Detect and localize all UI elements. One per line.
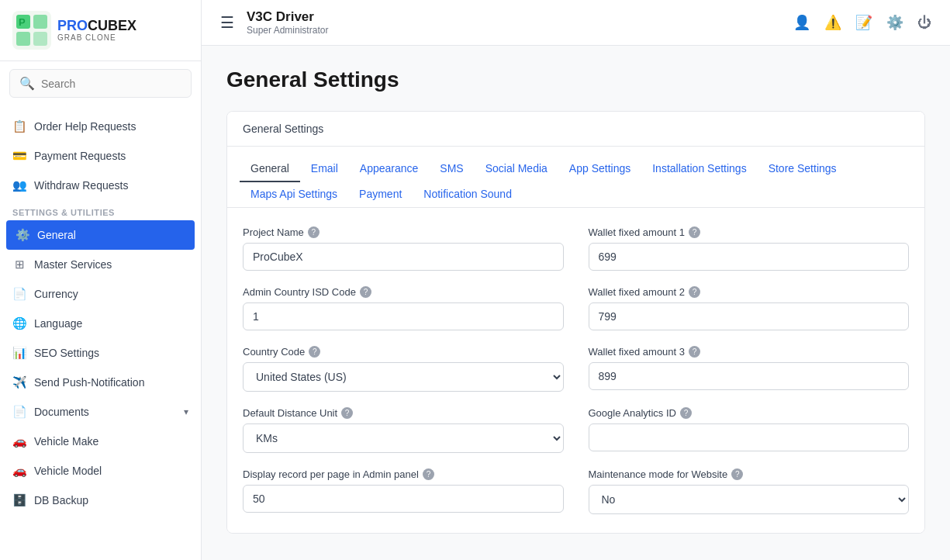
withdraw-requests-icon: 👥 — [12, 178, 26, 192]
info-icon-display-records[interactable]: ? — [423, 468, 434, 480]
input-wallet-3[interactable] — [589, 362, 910, 390]
sidebar-item-label: Send Push-Notification — [34, 376, 144, 389]
input-wallet-1[interactable] — [589, 243, 910, 271]
info-icon-maintenance-mode[interactable]: ? — [731, 468, 743, 480]
label-distance-unit: Default Distance Unit ? — [243, 407, 564, 419]
content-area: General Settings General Settings Genera… — [202, 46, 950, 560]
field-distance-unit: Default Distance Unit ? KMs Miles — [243, 407, 564, 453]
sidebar-item-label: Master Services — [34, 258, 112, 271]
sidebar-item-label: Payment Requests — [34, 150, 126, 162]
sidebar-item-currency[interactable]: 📄 Currency — [0, 279, 201, 309]
tab-installation-settings[interactable]: Installation Settings — [641, 156, 757, 182]
info-icon-wallet-2[interactable]: ? — [689, 286, 700, 298]
svg-rect-4 — [33, 32, 47, 46]
tab-appearance[interactable]: Appearance — [349, 156, 430, 182]
power-icon[interactable]: ⏻ — [917, 15, 931, 31]
svg-text:P: P — [19, 16, 26, 28]
logo-icon: P — [12, 11, 51, 50]
sidebar-item-label: Vehicle Model — [34, 465, 102, 477]
settings-icon[interactable]: ⚙️ — [886, 14, 903, 31]
header-subtitle: Super Administrator — [247, 25, 328, 36]
label-maintenance-mode: Maintenance mode for Website ? — [589, 468, 910, 480]
form-area: Project Name ? Wallet fixed amount 1 ? — [227, 208, 924, 533]
sidebar-item-db-backup[interactable]: 🗄️ DB Backup — [0, 486, 201, 515]
vehicle-model-icon: 🚗 — [12, 464, 26, 478]
info-icon-distance-unit[interactable]: ? — [341, 407, 353, 419]
tab-app-settings[interactable]: App Settings — [558, 156, 641, 182]
notes-icon[interactable]: 📝 — [855, 14, 872, 31]
app-tagline: GRAB CLONE — [57, 33, 136, 42]
user-icon[interactable]: 👤 — [793, 14, 810, 31]
currency-icon: 📄 — [12, 287, 26, 301]
sidebar-item-vehicle-model[interactable]: 🚗 Vehicle Model — [0, 456, 201, 486]
sidebar-item-push-notification[interactable]: ✈️ Send Push-Notification — [0, 368, 201, 397]
header: ☰ V3C Driver Super Administrator 👤 ⚠️ 📝 … — [202, 0, 950, 46]
info-icon-google-analytics[interactable]: ? — [680, 407, 692, 419]
form-grid: Project Name ? Wallet fixed amount 1 ? — [243, 226, 909, 514]
select-distance-unit[interactable]: KMs Miles — [243, 423, 564, 453]
search-box[interactable]: 🔍 — [9, 69, 192, 98]
label-admin-isd: Admin Country ISD Code ? — [243, 286, 564, 298]
input-display-records[interactable] — [243, 485, 564, 513]
sidebar-item-language[interactable]: 🌐 Language — [0, 309, 201, 338]
input-admin-isd[interactable] — [243, 302, 564, 330]
label-wallet-2: Wallet fixed amount 2 ? — [589, 286, 910, 298]
sidebar-item-documents[interactable]: 📄 Documents ▾ — [0, 397, 201, 427]
info-icon-admin-isd[interactable]: ? — [360, 286, 371, 298]
alert-icon[interactable]: ⚠️ — [824, 14, 841, 31]
seo-icon: 📊 — [12, 346, 26, 360]
tab-general[interactable]: General — [240, 156, 300, 182]
sidebar-item-seo[interactable]: 📊 SEO Settings — [0, 338, 201, 368]
sidebar-item-withdraw-requests[interactable]: 👥 Withdraw Requests — [0, 171, 201, 200]
general-icon: ⚙️ — [16, 228, 29, 242]
input-project-name[interactable] — [243, 243, 564, 271]
svg-rect-3 — [16, 32, 30, 46]
info-icon-country-code[interactable]: ? — [309, 346, 320, 358]
settings-card: General Settings General Email Appearanc… — [226, 111, 925, 534]
input-google-analytics[interactable] — [589, 423, 910, 451]
payment-requests-icon: 💳 — [12, 149, 26, 163]
tab-maps-api[interactable]: Maps Api Settings — [240, 181, 348, 208]
search-icon: 🔍 — [19, 76, 35, 91]
card-header: General Settings — [227, 112, 924, 147]
input-wallet-2[interactable] — [589, 302, 910, 330]
logo-area: P PROCUBEX GRAB CLONE — [0, 0, 201, 61]
tabs-row: General Email Appearance SMS Social Medi… — [227, 147, 924, 208]
field-admin-isd: Admin Country ISD Code ? — [243, 286, 564, 330]
sidebar-item-general[interactable]: ⚙️ General — [6, 220, 195, 250]
header-title: V3C Driver — [247, 9, 328, 25]
sidebar-item-label: Withdraw Requests — [34, 179, 128, 192]
order-help-icon: 📋 — [12, 119, 26, 133]
svg-rect-2 — [33, 15, 47, 29]
field-display-records: Display record per page in Admin panel ? — [243, 468, 564, 514]
tab-notification-sound[interactable]: Notification Sound — [413, 181, 523, 208]
sidebar-item-master-services[interactable]: ⊞ Master Services — [0, 250, 201, 279]
info-icon-wallet-1[interactable]: ? — [689, 226, 700, 238]
sidebar: P PROCUBEX GRAB CLONE 🔍 📋 Order Help Req… — [0, 0, 202, 560]
language-icon: 🌐 — [12, 316, 26, 330]
tab-payment[interactable]: Payment — [348, 181, 413, 208]
search-input[interactable] — [41, 78, 181, 90]
tab-social-media[interactable]: Social Media — [475, 156, 558, 182]
field-maintenance-mode: Maintenance mode for Website ? No Yes — [589, 468, 910, 514]
sidebar-item-label: Currency — [34, 288, 78, 300]
info-icon-project-name[interactable]: ? — [308, 226, 320, 238]
label-wallet-1: Wallet fixed amount 1 ? — [589, 226, 910, 238]
select-country-code[interactable]: United States (US) India (IN) UK (GB) Ca… — [243, 362, 564, 392]
info-icon-wallet-3[interactable]: ? — [689, 346, 700, 358]
tab-email[interactable]: Email — [300, 156, 349, 182]
tab-store-settings[interactable]: Store Settings — [758, 156, 848, 182]
push-icon: ✈️ — [12, 375, 26, 389]
sidebar-item-order-help[interactable]: 📋 Order Help Requests — [0, 112, 201, 141]
tab-sms[interactable]: SMS — [429, 156, 474, 182]
label-project-name: Project Name ? — [243, 226, 564, 238]
sidebar-item-vehicle-make[interactable]: 🚗 Vehicle Make — [0, 427, 201, 456]
sidebar-item-payment-requests[interactable]: 💳 Payment Requests — [0, 141, 201, 171]
select-maintenance-mode[interactable]: No Yes — [589, 485, 910, 514]
sidebar-item-label: Order Help Requests — [34, 120, 136, 133]
sidebar-item-label: Language — [34, 317, 82, 330]
label-wallet-3: Wallet fixed amount 3 ? — [589, 346, 910, 358]
sidebar-item-label: General — [37, 229, 76, 241]
field-project-name: Project Name ? — [243, 226, 564, 271]
hamburger-button[interactable]: ☰ — [220, 13, 234, 32]
